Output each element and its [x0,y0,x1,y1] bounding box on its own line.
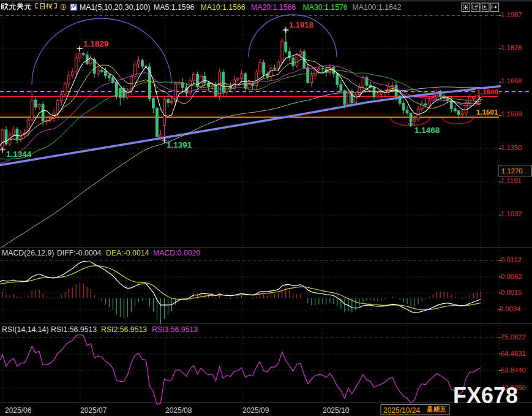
svg-text:1.1501: 1.1501 [476,108,498,116]
svg-text:2025/06: 2025/06 [5,406,32,415]
svg-text:75.0822: 75.0822 [501,333,526,341]
svg-text:1.1350: 1.1350 [501,144,522,151]
svg-text:0.0063: 0.0063 [501,273,522,280]
svg-text:1.1344: 1.1344 [6,149,32,159]
svg-text:1.1468: 1.1468 [414,126,440,135]
svg-text:2025/09: 2025/09 [242,406,269,415]
svg-text:1.1509: 1.1509 [501,110,522,118]
svg-text:1.1828: 1.1828 [501,44,522,51]
svg-text:MA20:1.1566: MA20:1.1566 [251,3,296,12]
svg-text:MA10:1.1566: MA10:1.1566 [201,3,245,12]
svg-text:2025/07: 2025/07 [80,406,107,415]
svg-text:64.4631: 64.4631 [501,350,526,357]
svg-text:1.1191: 1.1191 [501,177,522,184]
svg-text:0.0112: 0.0112 [501,256,522,263]
svg-text:MA1(5,10,20,30,100): MA1(5,10,20,30,100) [80,3,151,12]
svg-text:1.1829: 1.1829 [83,39,108,48]
svg-text:1.1918: 1.1918 [289,20,313,29]
svg-text:-0.0034: -0.0034 [497,305,520,312]
svg-text:1.1987: 1.1987 [501,11,522,18]
svg-text:1.1032: 1.1032 [501,210,522,217]
svg-text:2025/08: 2025/08 [165,406,192,415]
svg-text:MA30:1.1576: MA30:1.1576 [303,3,348,12]
svg-text:53.8440: 53.8440 [501,366,526,374]
svg-text:1.1391: 1.1391 [167,140,192,149]
svg-text:MACD(26,12,9)DIFF:-0.0004DEA:-: MACD(26,12,9)DIFF:-0.0004DEA:-0.0014MACD… [2,249,200,257]
svg-text:1.1668: 1.1668 [501,77,522,85]
svg-text:1.1270: 1.1270 [501,167,523,175]
svg-text:2025/10/24: 2025/10/24 [383,406,420,415]
svg-text:MA100:1.1642: MA100:1.1642 [353,3,402,12]
svg-text:1.1600: 1.1600 [477,88,498,96]
svg-text:MA5:1.1596: MA5:1.1596 [154,3,194,12]
svg-text:0.0015: 0.0015 [501,289,522,296]
svg-text:2025/10: 2025/10 [323,406,350,415]
svg-text:FX678: FX678 [453,383,518,408]
